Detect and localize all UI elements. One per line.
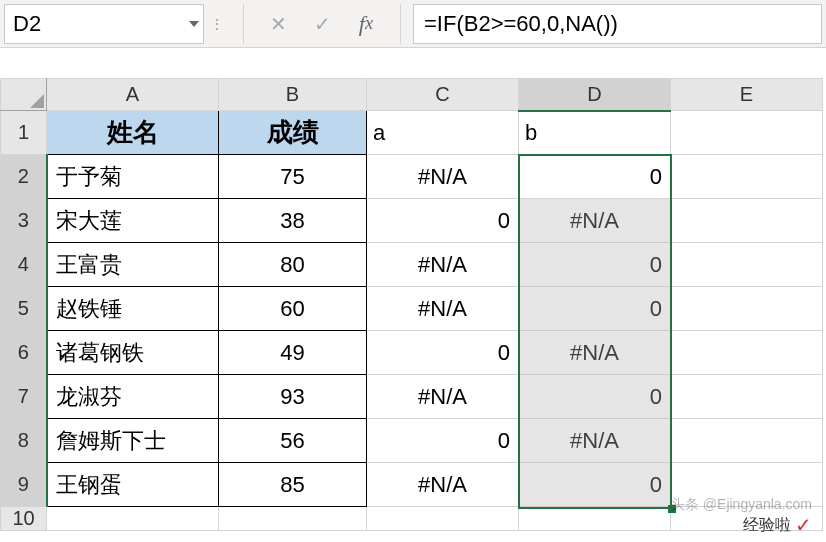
row-header-9[interactable]: 9: [1, 463, 47, 507]
cell-C5[interactable]: #N/A: [367, 287, 519, 331]
row-header-7[interactable]: 7: [1, 375, 47, 419]
cell-D6[interactable]: #N/A: [519, 331, 671, 375]
cell-D4[interactable]: 0: [519, 243, 671, 287]
cell-D8[interactable]: #N/A: [519, 419, 671, 463]
select-all-corner[interactable]: [1, 79, 47, 111]
cell-C10[interactable]: [367, 507, 519, 531]
cell-A10[interactable]: [47, 507, 219, 531]
row-header-4[interactable]: 4: [1, 243, 47, 287]
cell-E8[interactable]: [671, 419, 823, 463]
divider-dots: ⋮: [210, 16, 225, 32]
fx-icon[interactable]: fx: [352, 10, 380, 38]
cell-A2[interactable]: 于予菊: [47, 155, 219, 199]
cell-B7[interactable]: 93: [219, 375, 367, 419]
cell-E4[interactable]: [671, 243, 823, 287]
cell-E5[interactable]: [671, 287, 823, 331]
cell-C3[interactable]: 0: [367, 199, 519, 243]
cell-C2[interactable]: #N/A: [367, 155, 519, 199]
cell-B1[interactable]: 成绩: [219, 111, 367, 155]
row-header-2[interactable]: 2: [1, 155, 47, 199]
cell-D10[interactable]: [519, 507, 671, 531]
cell-D3[interactable]: #N/A: [519, 199, 671, 243]
watermark-text: 经验啦: [743, 515, 791, 536]
cell-E1[interactable]: [671, 111, 823, 155]
cell-A1[interactable]: 姓名: [47, 111, 219, 155]
check-icon: ✓: [795, 513, 812, 537]
watermark-source: 头条 @Ejingyanla.com: [671, 496, 812, 514]
cell-D1[interactable]: b: [519, 111, 671, 155]
watermark: 经验啦 ✓: [743, 513, 812, 537]
divider: [243, 4, 244, 44]
name-box[interactable]: D2: [4, 4, 204, 44]
cell-C9[interactable]: #N/A: [367, 463, 519, 507]
cell-C6[interactable]: 0: [367, 331, 519, 375]
cell-D2[interactable]: 0: [519, 155, 671, 199]
row-header-5[interactable]: 5: [1, 287, 47, 331]
cell-B3[interactable]: 38: [219, 199, 367, 243]
row-header-3[interactable]: 3: [1, 199, 47, 243]
cell-A9[interactable]: 王钢蛋: [47, 463, 219, 507]
cell-E7[interactable]: [671, 375, 823, 419]
cell-A4[interactable]: 王富贵: [47, 243, 219, 287]
cell-B6[interactable]: 49: [219, 331, 367, 375]
cell-A6[interactable]: 诸葛钢铁: [47, 331, 219, 375]
cell-C4[interactable]: #N/A: [367, 243, 519, 287]
cell-D5[interactable]: 0: [519, 287, 671, 331]
cell-A3[interactable]: 宋大莲: [47, 199, 219, 243]
col-header-D[interactable]: D: [519, 79, 671, 111]
enter-icon[interactable]: ✓: [308, 10, 336, 38]
col-header-E[interactable]: E: [671, 79, 823, 111]
cell-B2[interactable]: 75: [219, 155, 367, 199]
formula-input[interactable]: =IF(B2>=60,0,NA()): [413, 4, 822, 44]
cell-A5[interactable]: 赵铁锤: [47, 287, 219, 331]
spreadsheet-grid: A B C D E 1 姓名 成绩 a b 2 于予菊 75 #N/A 0 3 …: [0, 78, 826, 531]
cell-C7[interactable]: #N/A: [367, 375, 519, 419]
cell-E3[interactable]: [671, 199, 823, 243]
col-header-C[interactable]: C: [367, 79, 519, 111]
formula-bar: D2 ⋮ ✕ ✓ fx =IF(B2>=60,0,NA()): [0, 0, 826, 48]
cell-B4[interactable]: 80: [219, 243, 367, 287]
row-header-8[interactable]: 8: [1, 419, 47, 463]
cell-E2[interactable]: [671, 155, 823, 199]
cell-C1[interactable]: a: [367, 111, 519, 155]
cell-B9[interactable]: 85: [219, 463, 367, 507]
name-box-value: D2: [13, 11, 41, 37]
row-header-1[interactable]: 1: [1, 111, 47, 155]
cell-A7[interactable]: 龙淑芬: [47, 375, 219, 419]
col-header-A[interactable]: A: [47, 79, 219, 111]
row-header-6[interactable]: 6: [1, 331, 47, 375]
divider: [400, 4, 401, 44]
cell-D7[interactable]: 0: [519, 375, 671, 419]
cell-B8[interactable]: 56: [219, 419, 367, 463]
cell-A8[interactable]: 詹姆斯下士: [47, 419, 219, 463]
cell-B5[interactable]: 60: [219, 287, 367, 331]
row-header-10[interactable]: 10: [1, 507, 47, 531]
dropdown-icon[interactable]: [189, 21, 199, 27]
formula-text: =IF(B2>=60,0,NA()): [424, 11, 618, 37]
cell-C8[interactable]: 0: [367, 419, 519, 463]
cell-D9[interactable]: 0: [519, 463, 671, 507]
col-header-B[interactable]: B: [219, 79, 367, 111]
cancel-icon[interactable]: ✕: [264, 10, 292, 38]
cell-B10[interactable]: [219, 507, 367, 531]
cell-E6[interactable]: [671, 331, 823, 375]
